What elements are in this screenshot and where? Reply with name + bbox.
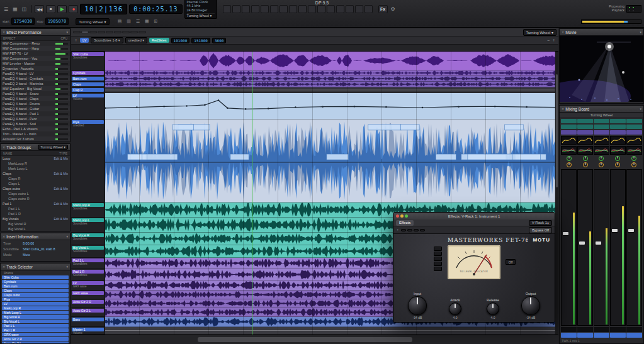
track-selector-item[interactable]: LV — [2, 302, 69, 306]
group-row[interactable]: MarkLoop R — [1, 161, 70, 166]
track-selector-item[interactable]: MarkLoop R — [2, 306, 69, 310]
insert-chip[interactable] — [610, 119, 626, 123]
tool-icon[interactable] — [327, 5, 335, 13]
channel-name[interactable] — [577, 333, 593, 338]
track-selector-item[interactable]: GRX wave — [2, 333, 69, 336]
track-selector-item[interactable]: Bam.num — [2, 284, 69, 288]
plugin-knob[interactable]: Release 4.0 — [474, 298, 512, 319]
group-row[interactable]: Big Vocal L — [1, 226, 70, 231]
take-selector[interactable]: unedited ▾ — [125, 37, 147, 43]
group-row[interactable]: Big Vocal R — [1, 221, 70, 226]
rewind-button[interactable]: ◀◀ — [35, 5, 44, 13]
effect-performance-header[interactable]: ✕ Effect Performance ▾ — [1, 29, 70, 36]
insert-chip[interactable] — [561, 119, 577, 123]
bypass-button[interactable]: Bypass Off — [529, 227, 552, 233]
track-name-chip[interactable]: Bass — [72, 318, 104, 321]
tool-icon[interactable] — [223, 5, 231, 13]
send-knob[interactable] — [567, 156, 572, 161]
channel-fader[interactable] — [594, 169, 609, 326]
track-name-chip[interactable]: Acou Gtr 2 R — [72, 300, 104, 304]
tool-icon[interactable] — [232, 5, 240, 13]
tool-icon[interactable] — [355, 5, 363, 13]
insert-chip[interactable] — [626, 125, 642, 129]
effect-row[interactable]: ParaEQ 4-band - LV — [1, 71, 70, 76]
track-header[interactable]: MarkLoop L Soundbites — [71, 218, 105, 233]
device-chip[interactable]: Turning Wheel ▾ — [76, 18, 109, 25]
pan-knob[interactable] — [583, 162, 588, 167]
plugin-window-titlebar[interactable]: Effects: V-Rack 1: Instrument 1 — [393, 213, 555, 219]
track-name-chip[interactable]: GRX wave — [72, 291, 104, 295]
stop-button[interactable]: ■ — [46, 5, 55, 13]
track-name-chip[interactable]: Clap R — [72, 88, 104, 92]
effect-row[interactable]: ParaEQ 4-band - Snare — [1, 91, 70, 96]
movie-frame[interactable] — [560, 36, 643, 102]
stop-time-field[interactable]: 1905070 — [45, 18, 69, 25]
fader-thumb[interactable] — [563, 232, 568, 235]
list-menu-icon[interactable]: ☰ — [3, 6, 9, 12]
effect-row[interactable]: ParaEQ 4-band - Claps — [1, 96, 70, 101]
knob-dial[interactable] — [449, 302, 461, 315]
track-name-chip[interactable]: Acou Gtr 2 L — [72, 309, 104, 313]
knob-dial[interactable] — [521, 296, 540, 315]
automation-thumbnail[interactable] — [594, 136, 609, 145]
effect-row[interactable]: ParaEQ 4-band - Perc — [1, 116, 70, 121]
track-lane[interactable] — [105, 70, 558, 76]
chevron-down-icon[interactable]: ▾ — [640, 30, 641, 34]
ratio-button[interactable] — [434, 252, 442, 256]
eq-thumbnail[interactable] — [561, 146, 577, 155]
group-row[interactable]: Big Vocals Edit & Mix — [1, 216, 70, 221]
insert-chip[interactable] — [626, 130, 642, 135]
track-header[interactable]: Bass — [71, 317, 105, 327]
chevron-down-icon[interactable]: ▾ — [66, 265, 68, 269]
fader-thumb[interactable] — [579, 241, 585, 245]
track-selector-item[interactable]: Shkr Cuba — [2, 275, 69, 279]
track-header[interactable]: Big Vocal L Soundbites — [71, 245, 105, 258]
automation-thumbnail[interactable] — [610, 136, 626, 145]
ratio-button[interactable] — [434, 247, 442, 251]
group-row[interactable]: Claps outro Edit & Mix — [1, 186, 70, 191]
track-header[interactable]: GRX wave — [71, 291, 105, 299]
tool-icon[interactable] — [251, 5, 259, 13]
effect-row[interactable]: ParaEQ 8-band - Snd — [1, 121, 70, 126]
channel-name[interactable] — [610, 333, 626, 338]
insert-chip[interactable] — [594, 119, 609, 123]
editor-tab[interactable] — [89, 31, 97, 33]
channel-fader[interactable] — [626, 169, 642, 326]
track-lane[interactable] — [105, 52, 558, 70]
insert-slot[interactable] — [401, 229, 406, 231]
effects-tab[interactable]: Effects — [396, 220, 414, 226]
record-button[interactable]: ● — [69, 5, 78, 13]
track-header[interactable]: Pad 1 R Soundbites — [71, 269, 105, 280]
horizontal-scrollbar[interactable] — [71, 335, 558, 344]
group-row[interactable]: Claps R — [1, 176, 70, 181]
insert-chip[interactable] — [610, 125, 626, 129]
insert-chip[interactable] — [561, 125, 577, 129]
effect-row[interactable]: MW Equalizer - Big Vocal — [1, 86, 70, 91]
eq-thumbnail[interactable] — [610, 146, 626, 155]
chevron-down-icon[interactable]: ▾ — [66, 30, 68, 34]
track-lane[interactable] — [105, 119, 558, 203]
track-header[interactable]: Pad 1 L Soundbites — [71, 258, 105, 269]
effect-row[interactable]: MW FET-76 - LV — [1, 51, 70, 56]
insert-chip[interactable] — [610, 130, 626, 135]
track-selector-item[interactable]: Claps outro — [2, 293, 69, 297]
effect-row[interactable]: MW Compressor - Voc — [1, 56, 70, 61]
tool-icon[interactable] — [346, 5, 354, 13]
group-row[interactable]: Mark Loop L — [1, 166, 70, 171]
send-knob[interactable] — [615, 156, 620, 161]
track-header[interactable]: Shkr Cuba Soundbites — [71, 52, 105, 70]
editor-tab[interactable] — [138, 31, 146, 33]
main-counter[interactable]: 10|2|136 — [80, 4, 127, 14]
track-header[interactable]: MarkLoop R Soundbites — [71, 203, 105, 218]
track-lane[interactable] — [105, 76, 558, 82]
ratio-button[interactable] — [434, 262, 442, 266]
group-row[interactable]: Claps outro L — [1, 191, 70, 196]
preset-chip[interactable]: RedSkies — [149, 38, 169, 43]
nudge-value-field[interactable]: 3600 — [212, 38, 226, 43]
insert-chip[interactable] — [561, 130, 577, 135]
smpte-counter[interactable]: 0:00:25.13 — [129, 4, 182, 14]
mixing-board-header[interactable]: ✕ Mixing Board ▾ — [560, 106, 643, 113]
clock-info-box[interactable]: Internal Clock 44.1 kHz 24 Bit Integer T… — [184, 0, 217, 19]
panel-close-icon[interactable]: ✕ — [3, 145, 5, 149]
scroll-thumb[interactable] — [556, 74, 558, 187]
